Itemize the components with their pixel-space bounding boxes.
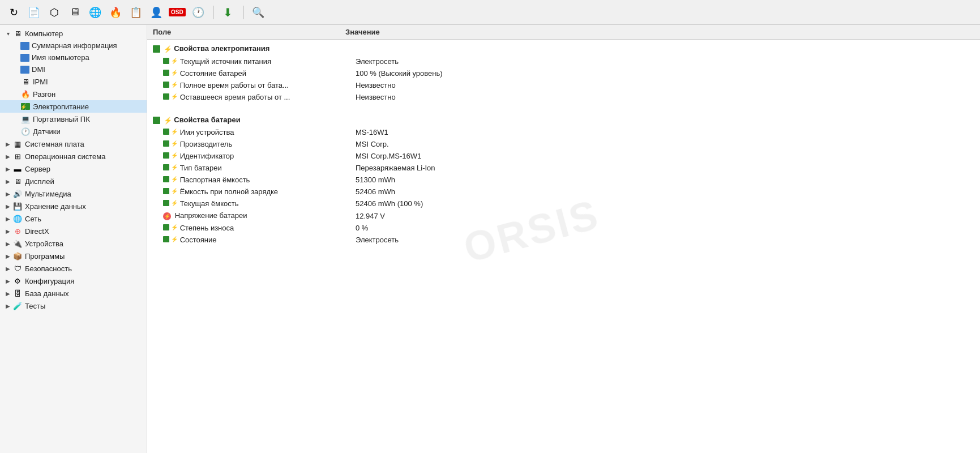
expand-config-icon: ▶ [3,278,12,284]
row-green-sq [163,58,169,64]
row-field-label: Оставшееся время работы от ... [180,93,290,101]
sidebar-item-power[interactable]: ⚡ Электропитание [0,100,147,113]
field-cell: ⚡ Производитель [147,138,340,150]
row-bolt: ⚡ [171,93,178,100]
sidebar-item-sensors[interactable]: 🕐 Датчики [0,125,147,138]
security-icon: 🛡 [12,264,23,273]
sidebar-item-multimedia[interactable]: ▶ 🔊 Мультимедиа [0,187,147,200]
value-cell: 12.947 V [340,210,980,222]
overclock-icon: 🔥 [20,89,31,99]
expand-display-icon: ▶ [3,178,12,185]
row-field-label: Паспортная ёмкость [180,176,250,184]
flame-button[interactable]: 🔥 [108,5,123,20]
computer-icon: 🖥 [12,29,23,38]
network-sidebar-icon: 🌐 [12,214,23,223]
sidebar-item-os[interactable]: ▶ ⊞ Операционная система [0,150,147,163]
field-cell: ⚡ Ёмкость при полной зарядке [147,186,340,198]
osd-button[interactable]: OSD [169,8,186,16]
sidebar-item-network[interactable]: ▶ 🌐 Сеть [0,212,147,225]
row-bolt: ⚡ [171,188,178,194]
sidebar-label-sensors: Датчики [33,127,61,136]
sidebar-label-os: Операционная система [25,152,106,161]
sidebar-item-programs[interactable]: ▶ 📦 Программы [0,250,147,262]
sidebar-label-programs: Программы [25,252,65,260]
table-row: ⚡ Производитель MSI Corp. [147,138,980,150]
sidebar-item-ipmi[interactable]: 🖥 IPMI [0,75,147,88]
refresh-button[interactable]: ↻ [6,5,22,20]
sidebar-item-storage[interactable]: ▶ 💾 Хранение данных [0,200,147,212]
separator-2 [243,6,243,19]
document-button[interactable]: 📄 [26,5,42,20]
expand-directx-icon: ▶ [3,228,12,234]
section-power-props: ⚡ Свойства электропитания [147,40,980,55]
field-cell: ⚡ Идентификатор [147,150,340,162]
expand-network-icon: ▶ [3,216,12,222]
sidebar-item-security[interactable]: ▶ 🛡 Безопасность [0,262,147,275]
clock-button[interactable]: 🕐 [190,5,206,20]
sidebar-item-database[interactable]: ▶ 🗄 База данных [0,287,147,300]
row-bolt: ⚡ [171,224,178,230]
directx-icon: ⊕ [12,226,23,236]
row-field-label: Степень износа [180,224,234,232]
arrow-button[interactable]: ⬡ [46,5,62,20]
clipboard-button[interactable]: 📋 [128,5,144,20]
row-bolt: ⚡ [171,140,178,147]
network-button[interactable]: 🌐 [87,5,103,20]
sidebar-item-dmi[interactable]: DMI [0,63,147,75]
expand-devices-icon: ▶ [3,241,12,247]
sensors-icon: 🕐 [20,127,31,136]
multimedia-icon: 🔊 [12,189,23,198]
display-icon: 🖥 [12,177,23,186]
database-icon: 🗄 [12,289,23,298]
section-battery-props: ⚡ Свойства батареи [147,111,980,127]
monitor-button[interactable]: 🖥 [67,5,83,20]
svg-text:⚡: ⚡ [21,104,27,110]
sidebar-item-server[interactable]: ▶ ▬ Сервер [0,163,147,175]
field-cell: ⚡ Полное время работы от бата... [147,79,340,91]
field-cell: ⚡ Текущий источник питания [147,55,340,67]
server-icon: ▬ [12,164,23,173]
table-row: ⚡ Оставшееся время работы от ... Неизвес… [147,91,980,103]
search-button[interactable]: 🔍 [250,5,266,20]
table-row: ⚡ Паспортная ёмкость 51300 mWh [147,174,980,186]
sidebar-item-computer[interactable]: ▾ 🖥 Компьютер [0,27,147,40]
field-cell: ⚡ Степень износа [147,222,340,234]
download-button[interactable]: ⬇ [220,5,236,20]
table-row: ⚡ Текущий источник питания Электросеть [147,55,980,67]
sidebar-label-server: Сервер [25,165,50,173]
sidebar-item-motherboard[interactable]: ▶ ▦ Системная плата [0,138,147,150]
sidebar-label-directx: DirectX [25,227,49,236]
sidebar-label-hostname: Имя компьютера [32,53,89,62]
sidebar-item-tests[interactable]: ▶ 🧪 Тесты [0,300,147,312]
table-row: ⚡ Степень износа 0 % [147,222,980,234]
table-row: ⚡ Имя устройства MS-16W1 [147,126,980,138]
field-cell: ⚡ Паспортная ёмкость [147,174,340,186]
row-green-sq [163,224,169,230]
value-cell: MSI Corp. [340,138,980,150]
field-cell: ⚡ Тип батареи [147,162,340,174]
sidebar-item-overclock[interactable]: 🔥 Разгон [0,88,147,100]
field-cell: ⚡ Состояние [147,234,340,246]
sidebar-item-directx[interactable]: ▶ ⊕ DirectX [0,225,147,237]
person-button[interactable]: 👤 [148,5,164,20]
section-title-battery: Свойства батареи [174,116,240,124]
value-cell: 100 % (Высокий уровень) [340,67,980,79]
sidebar-item-hostname[interactable]: Имя компьютера [0,52,147,63]
sidebar-item-devices[interactable]: ▶ 🔌 Устройства [0,237,147,250]
row-field-label: Полное время работы от бата... [180,81,289,89]
row-green-sq [163,70,169,76]
sidebar-item-summary[interactable]: Суммарная информация [0,40,147,52]
row-field-label: Тип батареи [180,164,222,172]
sidebar-label-database: База данных [25,289,69,298]
expand-storage-icon: ▶ [3,203,12,210]
sidebar-item-portable[interactable]: 💻 Портативный ПК [0,113,147,125]
sidebar-item-config[interactable]: ▶ ⚙ Конфигурация [0,275,147,287]
row-bolt: ⚡ [171,200,178,206]
motherboard-icon: ▦ [12,139,23,148]
field-cell: ⚡ Состояние батарей [147,67,340,79]
sidebar-label-storage: Хранение данных [25,202,86,211]
row-green-sq [163,129,169,135]
value-cell: Неизвестно [340,79,980,91]
sidebar-item-display[interactable]: ▶ 🖥 Дисплей [0,175,147,187]
hostname-icon [20,54,29,62]
